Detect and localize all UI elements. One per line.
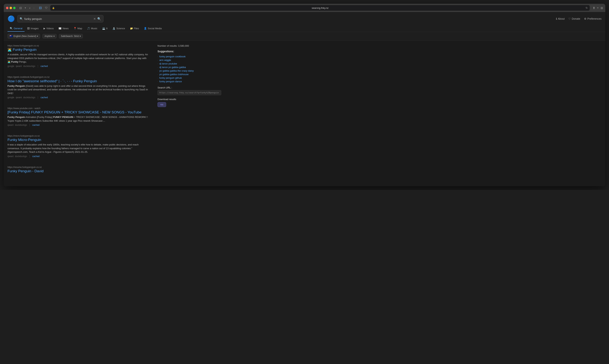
close-button[interactable] — [6, 7, 8, 9]
more-sources-button[interactable]: ⋮ — [28, 155, 31, 158]
tabs-button[interactable]: ⊞ — [601, 6, 603, 10]
search-icon: 🔍 — [20, 17, 23, 20]
tab-files[interactable]: 📁 Files — [128, 26, 141, 32]
results-column: https://www.funkypenguin.co.nz 🧑‍💻 Funky… — [8, 44, 150, 182]
traffic-lights — [6, 7, 15, 9]
search-url-value: https://searxng.fnky.nz/search?q=funky%2… — [158, 90, 221, 95]
search-clear-button[interactable]: ✕ — [93, 17, 96, 21]
back-button[interactable]: ‹ — [28, 6, 31, 10]
share-button[interactable]: ⬆ — [593, 6, 595, 10]
rss-button[interactable]: rss — [158, 102, 166, 107]
result-title-link[interactable]: How I do "awesome selfhosted" | · ⋱ · · … — [8, 79, 150, 83]
donate-link[interactable]: ♡ Donate — [568, 17, 580, 20]
about-link[interactable]: ℹ About — [556, 17, 565, 20]
search-submit-button[interactable]: 🔍 — [97, 17, 101, 21]
result-title-link[interactable]: [Funky Friday] FUNKY PENGUIN + TRICKY SH… — [8, 110, 150, 114]
source-duckduckgo[interactable]: duckduckgo — [15, 155, 27, 158]
extension-icon-1[interactable]: ⊟ — [38, 5, 43, 10]
new-tab-button[interactable]: + — [597, 6, 599, 10]
time-filter[interactable]: Anytime ▾ — [42, 34, 56, 39]
source-google[interactable]: google — [8, 96, 14, 99]
news-icon: 📰 — [58, 27, 62, 30]
toolbar-right: ⬆ + ⊞ — [593, 6, 603, 10]
more-sources-button[interactable]: ⋮ — [37, 96, 39, 99]
source-qwant[interactable]: qwant — [8, 155, 13, 158]
extension-icon-2[interactable]: 🛡 — [44, 5, 49, 10]
tab-science[interactable]: 🔬 Science — [110, 26, 127, 32]
language-chevron-icon: ▾ — [37, 35, 38, 38]
suggestion-item[interactable]: · dj lance youtube — [158, 62, 221, 65]
source-duckduckgo[interactable]: duckduckgo — [15, 124, 27, 126]
tab-images[interactable]: 🖼 Images — [25, 26, 41, 32]
preferences-label: Preferences — [587, 17, 601, 20]
reload-button[interactable]: ↻ — [585, 6, 588, 9]
result-item: https://micro.funkypenguin.co.nz Funky M… — [8, 135, 150, 161]
result-title-link[interactable]: Funky Penguin - David — [8, 169, 150, 173]
suggestion-item[interactable]: · dj lance yo gabba gabba — [158, 65, 221, 69]
tab-music[interactable]: 🎵 Music — [85, 26, 100, 32]
suggestions-list: · funky penguin cookbook · arm wiggle · … — [158, 55, 221, 83]
header-links: ℹ About ♡ Donate ⚙ Preferences — [556, 17, 601, 20]
search-logo: 🔵 — [8, 15, 15, 22]
result-snippet: Funky Penguin (David) was able to jump r… — [8, 84, 150, 95]
tab-social-media[interactable]: 👤 Social Media — [142, 26, 164, 32]
source-duckduckgo[interactable]: duckduckgo — [23, 65, 35, 67]
result-title-text: Funky Penguin - David — [8, 169, 43, 173]
nav-tabs: 🔍 General 🖼 Images ▶ Videos 📰 News 📍 — [8, 25, 601, 32]
result-meta: qwant duckduckgo ⋮ cached — [8, 155, 150, 158]
suggestion-item[interactable]: · funky penguin cookbook — [158, 55, 221, 58]
result-title-text: [Funky Friday] FUNKY PENGUIN + TRICKY SH… — [8, 110, 142, 114]
tab-news[interactable]: 📰 News — [56, 26, 71, 32]
suggestion-item[interactable]: · yo gabba gabba clubhouse — [158, 73, 221, 76]
main-layout: https://www.funkypenguin.co.nz 🧑‍💻 Funky… — [4, 41, 605, 186]
cached-link[interactable]: cached — [32, 155, 40, 158]
download-label: Download results — [158, 98, 221, 101]
bullet-icon: · — [158, 77, 158, 79]
suggestion-item[interactable]: · arm wiggle — [158, 58, 221, 62]
suggestion-item[interactable]: · funky penguin github — [158, 76, 221, 80]
cached-link[interactable]: cached — [40, 65, 48, 67]
result-title-link[interactable]: Funky Micro-Penguin — [8, 138, 150, 142]
tab-general[interactable]: 🔍 General — [8, 26, 25, 32]
result-title-link[interactable]: 🧑‍💻 Funky Penguin — [8, 48, 150, 52]
more-sources-button[interactable]: ⋮ — [28, 124, 31, 126]
result-snippet: A scalable, secure VPN for managed servi… — [8, 53, 150, 64]
safesearch-label: SafeSearch: Strict — [61, 35, 79, 38]
maximize-button[interactable] — [13, 7, 15, 9]
cached-link[interactable]: cached — [40, 96, 48, 99]
result-item: https://resume.funkypenguin.co.nz Funky … — [8, 166, 150, 178]
suggestion-item[interactable]: · yo gabba gabba the crazy daisy — [158, 69, 221, 73]
tab-videos[interactable]: ▶ Videos — [41, 26, 56, 32]
source-duckduckgo[interactable]: duckduckgo — [23, 96, 35, 99]
address-bar[interactable]: 🔒 searxng.fnky.nz ↻ — [50, 5, 590, 11]
more-sources-button[interactable]: ⋮ — [37, 65, 39, 67]
sidebar-chevron-button[interactable]: ▾ — [24, 6, 27, 10]
result-title-text: Funky Penguin — [13, 48, 37, 52]
sidebar-toggle-button[interactable]: ⊟ — [19, 5, 23, 11]
safesearch-chevron-icon: ▾ — [80, 35, 81, 38]
tab-it[interactable]: 💻 It — [100, 26, 110, 32]
bullet-icon: · — [158, 80, 158, 83]
bullet-icon: · — [158, 66, 158, 69]
result-snippet: Funky Penguin Animation [Funky Friday] F… — [8, 115, 150, 123]
time-chevron-icon: ▾ — [53, 35, 54, 38]
source-qwant[interactable]: qwant — [16, 65, 22, 67]
source-qwant[interactable]: qwant — [16, 96, 22, 99]
minimize-button[interactable] — [10, 7, 12, 9]
result-url: https://www.funkypenguin.co.nz — [8, 44, 150, 47]
search-input[interactable] — [24, 17, 92, 20]
language-filter[interactable]: 🇳🇿 English (New Zealand) ▾ — [8, 34, 40, 39]
safesearch-filter[interactable]: SafeSearch: Strict ▾ — [59, 34, 83, 39]
cached-link[interactable]: cached — [32, 124, 40, 126]
forward-button[interactable]: › — [32, 6, 36, 10]
suggestions-title: Suggestions: — [158, 50, 221, 53]
preferences-link[interactable]: ⚙ Preferences — [584, 17, 601, 20]
page-content: 🔵 🔍 ✕ 🔍 ℹ About ♡ Donate — [4, 12, 605, 186]
source-google[interactable]: google — [8, 65, 14, 67]
tab-map[interactable]: 📍 Map — [71, 26, 84, 32]
bullet-icon: · — [158, 59, 158, 62]
info-icon: ℹ — [556, 17, 557, 20]
source-qwant[interactable]: qwant — [8, 124, 13, 126]
suggestion-item[interactable]: · funky penguin dance — [158, 80, 221, 83]
search-bar[interactable]: 🔍 ✕ 🔍 — [17, 15, 104, 23]
